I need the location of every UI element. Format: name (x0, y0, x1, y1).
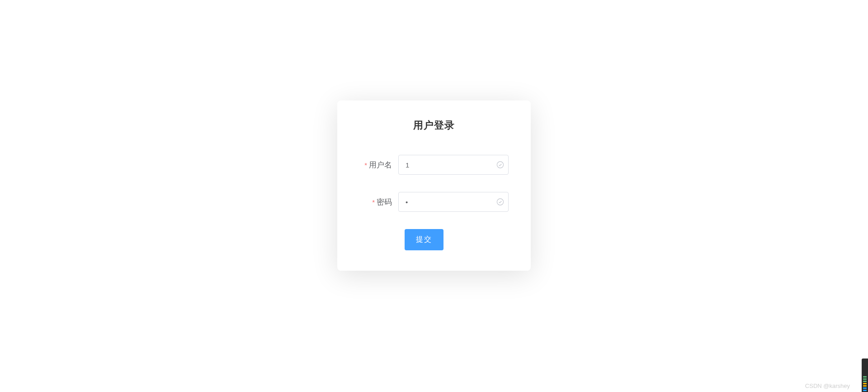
password-input-wrap (398, 192, 509, 212)
username-input-wrap (398, 155, 509, 175)
side-bar-icon (863, 376, 867, 378)
side-widget[interactable] (862, 359, 868, 392)
username-label-wrap: *用户名 (358, 160, 398, 170)
watermark-text: CSDN @karshey (805, 382, 850, 389)
submit-button[interactable]: 提交 (405, 229, 443, 250)
login-card: 用户登录 *用户名 *密码 (337, 100, 531, 271)
side-bar-icon (863, 378, 867, 380)
password-row: *密码 (358, 192, 510, 212)
side-bar-icon (863, 387, 867, 389)
side-bar-icon (863, 381, 867, 382)
password-input[interactable] (398, 192, 509, 212)
username-label: 用户名 (369, 161, 392, 169)
required-star-icon: * (364, 161, 367, 169)
side-bar-icon (863, 383, 867, 384)
side-bar-icon (863, 390, 867, 391)
submit-row: 提交 (358, 229, 510, 250)
login-title: 用户登录 (358, 119, 510, 132)
required-star-icon: * (372, 198, 375, 206)
username-input[interactable] (398, 155, 509, 175)
username-row: *用户名 (358, 155, 510, 175)
password-label: 密码 (377, 198, 392, 206)
password-label-wrap: *密码 (358, 197, 398, 207)
side-bar-icon (863, 385, 867, 387)
